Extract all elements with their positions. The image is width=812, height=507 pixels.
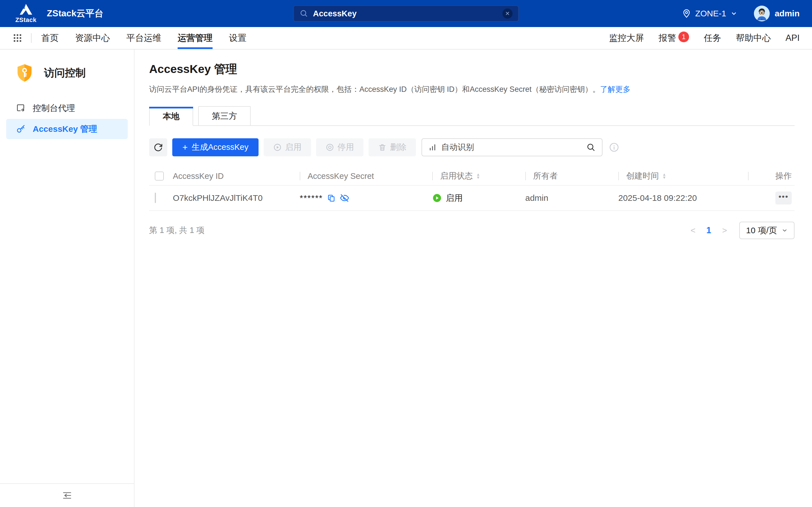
apps-grid-icon[interactable]: [12, 33, 22, 43]
username: admin: [775, 9, 800, 18]
row-checkbox[interactable]: [155, 193, 156, 203]
prev-page-button[interactable]: <: [686, 224, 700, 237]
nav-item-platform-ops[interactable]: 平台运维: [126, 27, 161, 49]
disable-button[interactable]: 停用: [316, 138, 363, 156]
user-menu[interactable]: admin: [754, 6, 800, 21]
table-footer: 第 1 项, 共 1 项 < 1 > 10 项/页: [149, 222, 795, 239]
header-right: ZONE-1 admin: [682, 6, 800, 21]
eye-invisible-icon[interactable]: [340, 193, 349, 203]
main-nav: 首页 资源中心 平台运维 运营管理 设置 监控大屏 报警 1 任务 帮助中心 A…: [0, 27, 812, 50]
sidebar-item-label: 控制台代理: [33, 103, 75, 114]
sidebar-item-label: AccessKey 管理: [33, 123, 97, 135]
nav-divider: [31, 33, 32, 43]
select-chevron-icon: [781, 227, 788, 233]
nav-help-center[interactable]: 帮助中心: [736, 32, 771, 44]
sidebar-menu: 控制台代理 AccessKey 管理: [0, 98, 134, 139]
filter-placeholder: 自动识别: [441, 142, 586, 153]
tab-third-party[interactable]: 第三方: [198, 106, 251, 125]
play-circle-icon: [273, 143, 282, 152]
bar-chart-icon: [428, 143, 437, 152]
nav-tasks[interactable]: 任务: [704, 32, 721, 44]
sidebar-header: 访问控制: [0, 50, 134, 98]
console-proxy-icon: [16, 103, 26, 113]
nav-right: 监控大屏 报警 1 任务 帮助中心 API: [609, 32, 800, 44]
sidebar-item-accesskey-mgmt[interactable]: AccessKey 管理: [6, 119, 128, 139]
plus-icon: +: [183, 143, 188, 152]
magnifier-icon[interactable]: [586, 143, 596, 152]
zone-selector[interactable]: ZONE-1: [682, 9, 738, 18]
search-icon: [299, 9, 308, 18]
stop-circle-icon: [326, 143, 334, 152]
owner-cell: admin: [525, 193, 618, 203]
page-title: AccessKey 管理: [149, 61, 795, 77]
status-label: 启用: [446, 192, 463, 204]
col-created[interactable]: 创建时间: [626, 170, 659, 182]
sidebar: 访问控制 控制台代理 AccessKey: [0, 50, 135, 507]
chevron-down-icon: [730, 10, 738, 17]
search-value: AccessKey: [313, 9, 502, 18]
avatar: [754, 6, 770, 21]
sidebar-item-console-proxy[interactable]: 控制台代理: [6, 98, 128, 118]
shield-key-icon: [16, 64, 33, 82]
count-summary: 第 1 项, 共 1 项: [149, 225, 205, 236]
status-cell: 启用: [432, 192, 525, 204]
copy-icon[interactable]: [327, 193, 336, 203]
created-cell: 2025-04-18 09:22:20: [618, 193, 748, 203]
page-size-select[interactable]: 10 项/页: [739, 222, 795, 239]
toolbar: + 生成AccessKey 启用 停用: [149, 138, 795, 156]
main-content: AccessKey 管理 访问云平台API的身份凭证，具有该云平台完全的权限，包…: [135, 50, 812, 507]
nav-api[interactable]: API: [785, 33, 800, 43]
accesskey-secret-cell: ******: [300, 193, 432, 203]
nav-alarm[interactable]: 报警 1: [659, 32, 689, 44]
sort-created-icon[interactable]: ▲▼: [662, 173, 666, 179]
col-accesskey-secret: AccessKey Secret: [308, 172, 374, 181]
tabs: 本地 第三方: [149, 106, 795, 126]
col-owner: 所有者: [533, 170, 558, 182]
sort-status-icon[interactable]: ▲▼: [476, 173, 480, 179]
generate-accesskey-button[interactable]: + 生成AccessKey: [172, 138, 259, 156]
col-accesskey-id: AccessKey ID: [173, 172, 224, 181]
pagination: < 1 > 10 项/页: [686, 222, 795, 239]
sidebar-collapse-button[interactable]: [0, 483, 134, 507]
key-icon: [16, 124, 26, 134]
tab-local[interactable]: 本地: [149, 107, 193, 126]
zone-label: ZONE-1: [695, 9, 726, 18]
info-circle-icon[interactable]: [609, 142, 619, 153]
collapse-sidebar-icon: [61, 491, 73, 500]
refresh-button[interactable]: [149, 138, 167, 156]
table-header-row: AccessKey ID AccessKey Secret 启用状态 ▲▼ 所有…: [149, 167, 795, 186]
global-search-input[interactable]: AccessKey ✕: [293, 5, 519, 22]
alarm-count-badge: 1: [678, 32, 689, 42]
table-row: O7kckPHlJZAvJlTiK4T0 ******: [149, 186, 795, 211]
nav-item-settings[interactable]: 设置: [229, 27, 246, 49]
select-all-checkbox[interactable]: [155, 172, 164, 180]
top-header: ZStack ZStack云平台 AccessKey ✕ ZONE-1: [0, 0, 812, 27]
location-pin-icon: [682, 9, 691, 18]
clear-search-icon[interactable]: ✕: [502, 8, 513, 18]
nav-item-operation-mgmt[interactable]: 运营管理: [177, 27, 213, 49]
col-status[interactable]: 启用状态: [440, 170, 473, 182]
accesskey-table: AccessKey ID AccessKey Secret 启用状态 ▲▼ 所有…: [149, 167, 795, 211]
nav-item-home[interactable]: 首页: [41, 27, 59, 49]
sidebar-title: 访问控制: [44, 66, 86, 80]
table-filter-input[interactable]: 自动识别: [421, 138, 603, 156]
next-page-button[interactable]: >: [718, 224, 731, 237]
learn-more-link[interactable]: 了解更多: [600, 85, 630, 94]
nav-items: 首页 资源中心 平台运维 运营管理 设置: [41, 27, 263, 49]
logo-text: ZStack: [15, 16, 36, 24]
row-actions-button[interactable]: •••: [775, 191, 792, 205]
current-page[interactable]: 1: [702, 224, 716, 237]
zstack-logo-icon: [18, 3, 33, 16]
brand[interactable]: ZStack ZStack云平台: [12, 3, 103, 24]
delete-button[interactable]: 删除: [368, 138, 416, 156]
ellipsis-icon: •••: [778, 192, 788, 201]
status-enabled-icon: [432, 193, 442, 203]
nav-monitor-screen[interactable]: 监控大屏: [609, 32, 644, 44]
nav-item-resource-center[interactable]: 资源中心: [75, 27, 110, 49]
brand-title: ZStack云平台: [47, 7, 103, 20]
enable-button[interactable]: 启用: [264, 138, 311, 156]
page-description: 访问云平台API的身份凭证，具有该云平台完全的权限，包括：AccessKey I…: [149, 84, 795, 94]
trash-icon: [378, 143, 387, 152]
accesskey-id-cell: O7kckPHlJZAvJlTiK4T0: [173, 193, 300, 203]
col-actions: 操作: [775, 170, 792, 182]
